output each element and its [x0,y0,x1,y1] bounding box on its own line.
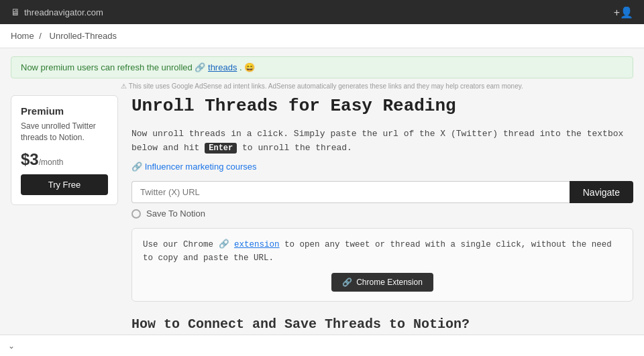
extension-description: Use our Chrome 🔗 extension to open any t… [143,238,622,265]
extension-box: Use our Chrome 🔗 extension to open any t… [131,228,633,302]
bottom-chevron-icon[interactable]: ⌄ [8,341,15,351]
add-user-icon[interactable]: +👤 [614,6,633,19]
chrome-extension-button[interactable]: 🔗 Chrome Extension [331,273,433,292]
chrome-ext-label: Chrome Extension [356,278,423,287]
adsense-text: ⚠ This site uses Google AdSense ad inten… [121,82,523,90]
premium-banner: Now premium users can refresh the unroll… [11,56,633,78]
brand-logo[interactable]: 🖥 threadnavigator.com [11,7,103,17]
save-notion-label: Save To Notion [146,209,205,219]
banner-threads-link[interactable]: threads [208,62,237,72]
breadcrumb-current: Unrolled-Threads [50,31,117,41]
monitor-icon: 🖥 [11,7,20,17]
try-free-button[interactable]: Try Free [21,174,108,195]
save-notion-radio[interactable] [131,209,141,219]
breadcrumb-home[interactable]: Home [11,31,34,41]
save-notion-row[interactable]: Save To Notion [131,209,633,219]
breadcrumb-separator: / [39,31,42,41]
page-title: Unroll Threads for Easy Reading [131,95,633,118]
premium-description: Save unrolled Twitter threads to Notion. [21,121,108,143]
premium-box: Premium Save unrolled Twitter threads to… [11,95,118,205]
banner-suffix: . 😄 [239,62,255,72]
premium-title: Premium [21,105,108,117]
content-area: Unroll Threads for Easy Reading Now unro… [131,95,633,356]
hero-description: Now unroll threads in a click. Simply pa… [131,127,633,156]
bottom-bar: ⌄ [0,335,644,356]
premium-per-month: /month [39,158,64,167]
premium-price-block: $3/month [21,150,108,169]
top-navigation: 🖥 threadnavigator.com +👤 [0,0,644,24]
main-content: Premium Save unrolled Twitter threads to… [0,95,644,356]
influencer-link[interactable]: Influencer marketing courses [131,162,633,172]
url-input[interactable] [131,181,570,203]
extension-link[interactable]: extension [234,240,280,249]
how-to-title: How to Connect and Save Threads to Notio… [131,315,633,334]
banner-text: Now premium users can refresh the unroll… [21,62,205,72]
navigate-button[interactable]: Navigate [570,181,633,203]
premium-price: $3 [21,150,39,168]
url-input-row: Navigate [131,181,633,203]
enter-key-badge: Enter [205,143,237,154]
brand-name: threadnavigator.com [24,7,103,17]
chrome-ext-icon: 🔗 [342,278,352,287]
nav-right: +👤 [614,6,633,19]
breadcrumb: Home / Unrolled-Threads [0,24,644,48]
adsense-note: ⚠ This site uses Google AdSense ad inten… [0,82,644,90]
